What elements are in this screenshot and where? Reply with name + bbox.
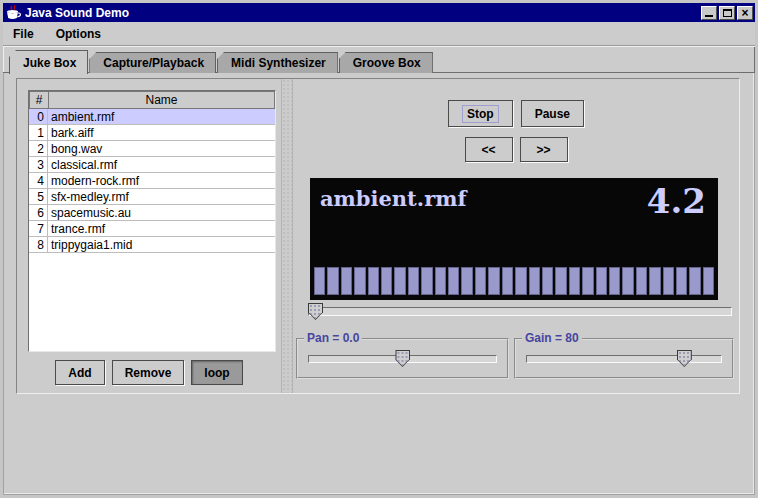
seek-track[interactable] xyxy=(308,307,732,316)
previous-track-button[interactable]: << xyxy=(465,137,513,162)
title-bar[interactable]: Java Sound Demo × xyxy=(3,3,755,22)
meter-bar xyxy=(636,267,647,295)
player-panel: Stop Pause << >> ambient.rmf 4.2 xyxy=(293,79,739,393)
playlist-row[interactable]: 4modern-rock.rmf xyxy=(29,173,275,189)
pan-group: Pan = 0.0 xyxy=(296,338,509,379)
elapsed-time: 4.2 xyxy=(647,186,706,216)
track-number: 8 xyxy=(29,237,48,253)
transport-row-1: Stop Pause xyxy=(293,100,739,127)
playlist-row[interactable]: 5sfx-medley.rmf xyxy=(29,189,275,205)
track-name: classical.rmf xyxy=(48,157,275,173)
meter-bar xyxy=(582,267,593,295)
jukebox-panel: # Name 0ambient.rmf1bark.aiff2bong.wav3c… xyxy=(16,78,740,394)
meter-bar xyxy=(663,267,674,295)
meter-bar xyxy=(368,267,379,295)
tab-groove-box[interactable]: Groove Box xyxy=(339,52,433,73)
playlist-table: # Name 0ambient.rmf1bark.aiff2bong.wav3c… xyxy=(28,90,276,352)
tab-strip: Juke BoxCapture/PlaybackMidi Synthesizer… xyxy=(3,47,755,73)
close-icon[interactable]: × xyxy=(737,6,753,20)
track-number: 5 xyxy=(29,189,48,205)
track-name: trippygaia1.mid xyxy=(48,237,275,253)
stop-button[interactable]: Stop xyxy=(448,100,513,127)
meter-bar xyxy=(394,267,405,295)
playlist-row[interactable]: 8trippygaia1.mid xyxy=(29,237,275,253)
gain-group: Gain = 80 xyxy=(514,338,734,379)
gain-track[interactable] xyxy=(526,355,722,363)
track-name: bong.wav xyxy=(48,141,275,157)
meter-bar xyxy=(461,267,472,295)
header-name-column[interactable]: Name xyxy=(48,91,275,109)
meter-bar xyxy=(448,267,459,295)
seek-slider[interactable] xyxy=(308,301,732,323)
track-number: 4 xyxy=(29,173,48,189)
loop-toggle-button[interactable]: loop xyxy=(191,360,242,385)
track-number: 3 xyxy=(29,157,48,173)
options-menu[interactable]: Options xyxy=(56,27,101,41)
maximize-icon[interactable] xyxy=(719,6,735,20)
level-meter xyxy=(314,267,714,295)
track-name: sfx-medley.rmf xyxy=(48,189,275,205)
transport-row-2: << >> xyxy=(293,137,739,162)
track-name: ambient.rmf xyxy=(48,109,275,125)
meter-bar xyxy=(703,267,714,295)
meter-bar xyxy=(354,267,365,295)
pause-button[interactable]: Pause xyxy=(521,100,584,127)
pan-thumb[interactable] xyxy=(395,350,410,367)
playlist-row[interactable]: 6spacemusic.au xyxy=(29,205,275,221)
playlist-row[interactable]: 0ambient.rmf xyxy=(29,109,275,125)
file-menu[interactable]: File xyxy=(13,27,34,41)
meter-bar xyxy=(609,267,620,295)
tab-juke-box[interactable]: Juke Box xyxy=(9,50,88,74)
playlist-buttons: Add Remove loop xyxy=(17,360,281,385)
playlist-panel: # Name 0ambient.rmf1bark.aiff2bong.wav3c… xyxy=(17,79,281,393)
meter-bar xyxy=(502,267,513,295)
track-number: 6 xyxy=(29,205,48,221)
meter-bar xyxy=(542,267,553,295)
gain-label: Gain = 80 xyxy=(522,331,582,345)
playlist-row[interactable]: 3classical.rmf xyxy=(29,157,275,173)
tab-midi-synthesizer[interactable]: Midi Synthesizer xyxy=(217,52,338,73)
meter-bar xyxy=(327,267,338,295)
meter-bar xyxy=(314,267,325,295)
meter-bar xyxy=(689,267,700,295)
java-cup-icon xyxy=(5,5,21,20)
seek-thumb[interactable] xyxy=(308,303,323,320)
track-name: modern-rock.rmf xyxy=(48,173,275,189)
meter-bar xyxy=(341,267,352,295)
app-window: Java Sound Demo × File Options Juke BoxC… xyxy=(0,0,758,498)
split-divider[interactable] xyxy=(281,79,293,393)
meter-bar xyxy=(475,267,486,295)
player-display: ambient.rmf 4.2 xyxy=(310,178,718,300)
meter-bar xyxy=(569,267,580,295)
meter-bar xyxy=(488,267,499,295)
remove-button[interactable]: Remove xyxy=(112,360,185,385)
track-number: 0 xyxy=(29,109,48,125)
meter-bar xyxy=(596,267,607,295)
track-number: 1 xyxy=(29,125,48,141)
playlist-body: 0ambient.rmf1bark.aiff2bong.wav3classica… xyxy=(29,109,275,253)
meter-bar xyxy=(676,267,687,295)
meter-bar xyxy=(421,267,432,295)
meter-bar xyxy=(515,267,526,295)
tab-capture-playback[interactable]: Capture/Playback xyxy=(89,52,216,73)
current-track-name: ambient.rmf xyxy=(320,186,466,211)
meter-bar xyxy=(529,267,540,295)
meter-bar xyxy=(381,267,392,295)
track-name: bark.aiff xyxy=(48,125,275,141)
playlist-row[interactable]: 7trance.rmf xyxy=(29,221,275,237)
playlist-header: # Name xyxy=(29,91,275,109)
meter-bar xyxy=(408,267,419,295)
minimize-icon[interactable] xyxy=(701,6,717,20)
add-button[interactable]: Add xyxy=(55,360,104,385)
meter-bar xyxy=(622,267,633,295)
window-title: Java Sound Demo xyxy=(25,6,699,20)
gain-thumb[interactable] xyxy=(677,350,692,367)
next-track-button[interactable]: >> xyxy=(520,137,568,162)
track-name: trance.rmf xyxy=(48,221,275,237)
header-number-column[interactable]: # xyxy=(29,91,48,109)
tab-content: # Name 0ambient.rmf1bark.aiff2bong.wav3c… xyxy=(3,73,755,495)
track-name: spacemusic.au xyxy=(48,205,275,221)
playlist-row[interactable]: 1bark.aiff xyxy=(29,125,275,141)
playlist-row[interactable]: 2bong.wav xyxy=(29,141,275,157)
track-number: 7 xyxy=(29,221,48,237)
